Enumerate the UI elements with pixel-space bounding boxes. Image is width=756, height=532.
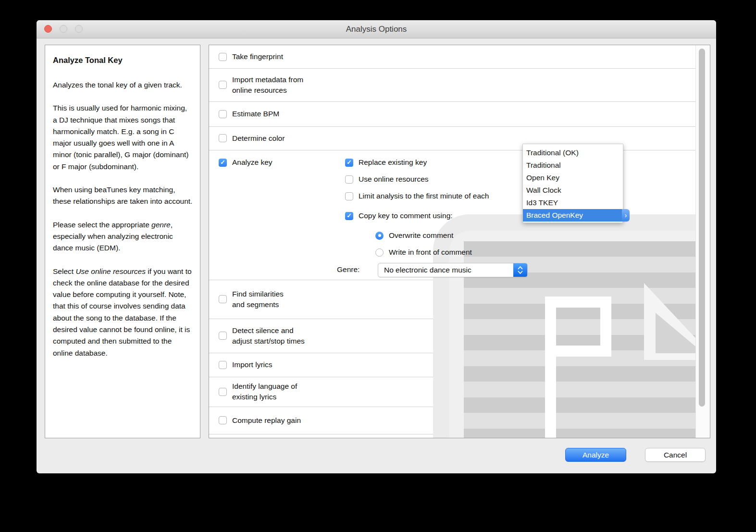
use-online-resources-option: ✓ Use online resources	[345, 175, 429, 184]
take-fingerprint-label[interactable]: Take fingerprint	[232, 51, 283, 62]
help-panel: Analyze Tonal Key Analyzes the tonal key…	[45, 45, 200, 438]
import-lyrics-checkbox[interactable]: ✓	[219, 361, 227, 369]
options-panel: ✓ Take fingerprint ✓ Import metadata fro…	[209, 45, 710, 438]
import-metadata-checkbox[interactable]: ✓	[219, 81, 227, 89]
overwrite-comment-option: Overwrite comment	[375, 231, 453, 240]
scrollbar-thumb[interactable]	[699, 49, 705, 407]
genre-select[interactable]: No electronic dance music	[378, 263, 528, 277]
row-take-fingerprint: ✓ Take fingerprint	[209, 45, 695, 68]
take-fingerprint-checkbox[interactable]: ✓	[219, 53, 227, 61]
replace-existing-key-checkbox[interactable]: ✓	[345, 159, 353, 167]
copy-key-checkbox[interactable]: ✓	[345, 212, 353, 220]
determine-color-checkbox[interactable]: ✓	[219, 134, 227, 142]
write-in-front-option: Write in front of comment	[375, 248, 472, 257]
estimate-bpm-checkbox[interactable]: ✓	[219, 110, 227, 118]
estimate-bpm-label[interactable]: Estimate BPM	[232, 109, 279, 119]
copy-key-label[interactable]: Copy key to comment using:	[359, 211, 453, 220]
limit-analysis-checkbox[interactable]: ✓	[345, 192, 353, 200]
overwrite-comment-radio[interactable]	[375, 232, 384, 240]
menu-item[interactable]: Id3 TKEY	[523, 197, 623, 209]
import-lyrics-label[interactable]: Import lyrics	[232, 359, 273, 370]
genre-row: Genre:	[337, 265, 359, 274]
compute-replay-gain-label[interactable]: Compute replay gain	[232, 415, 301, 426]
title-bar: Analysis Options	[37, 20, 716, 38]
compute-replay-gain-checkbox[interactable]: ✓	[219, 416, 227, 424]
row-divider	[209, 434, 695, 434]
write-in-front-radio[interactable]	[375, 248, 384, 257]
find-similarities-checkbox[interactable]: ✓	[219, 295, 227, 303]
row-detect-silence: ✓ Detect silence and adjust start/stop t…	[209, 319, 695, 353]
limit-analysis-option: ✓ Limit analysis to the first minute of …	[345, 192, 489, 200]
row-find-similarities: ✓ Find similarities and segments	[209, 280, 695, 319]
analysis-options-dialog: Analysis Options Analyze Tonal Key Analy…	[37, 20, 716, 473]
analyze-key-label[interactable]: Analyze key	[232, 158, 273, 167]
write-in-front-label[interactable]: Write in front of comment	[389, 248, 472, 257]
row-import-metadata: ✓ Import metadata from online resources	[209, 68, 695, 101]
chevron-right-icon: ›	[622, 209, 630, 222]
menu-item[interactable]: Wall Clock	[523, 184, 623, 197]
help-title: Analyze Tonal Key	[53, 56, 193, 65]
scrollbar-track[interactable]	[695, 45, 710, 438]
format-menu: Traditional (OK)TraditionalOpen KeyWall …	[522, 144, 623, 223]
row-identify-language: ✓ Identify language of existing lyrics	[209, 377, 695, 407]
menu-item[interactable]: Traditional (OK)	[523, 147, 623, 159]
menu-item[interactable]: Braced OpenKey›	[523, 209, 623, 222]
identify-language-label[interactable]: Identify language of existing lyrics	[232, 381, 297, 402]
row-import-lyrics: ✓ Import lyrics	[209, 353, 695, 377]
row-estimate-bpm: ✓ Estimate BPM	[209, 101, 695, 126]
find-similarities-label[interactable]: Find similarities and segments	[232, 289, 284, 310]
detect-silence-label[interactable]: Detect silence and adjust start/stop tim…	[232, 325, 305, 346]
check-icon: ✓	[220, 160, 225, 166]
analyze-button[interactable]: Analyze	[565, 448, 626, 462]
analyze-key-option: ✓ Analyze key	[219, 158, 273, 167]
identify-language-checkbox[interactable]: ✓	[219, 388, 227, 396]
copy-key-option: ✓ Copy key to comment using:	[345, 211, 453, 220]
menu-item[interactable]: Open Key	[523, 172, 623, 184]
replace-existing-key-option: ✓ Replace existing key	[345, 158, 427, 167]
check-icon: ✓	[347, 213, 351, 219]
check-icon: ✓	[347, 160, 351, 166]
use-online-resources-label[interactable]: Use online resources	[359, 175, 429, 184]
detect-silence-checkbox[interactable]: ✓	[219, 332, 227, 340]
overwrite-comment-label[interactable]: Overwrite comment	[389, 231, 453, 240]
cancel-button[interactable]: Cancel	[645, 448, 706, 462]
genre-select-value: No electronic dance music	[378, 266, 513, 274]
import-metadata-label[interactable]: Import metadata from online resources	[232, 74, 303, 96]
menu-item[interactable]: Traditional	[523, 159, 623, 172]
row-compute-replay-gain: ✓ Compute replay gain	[209, 407, 695, 434]
help-paragraphs: Analyzes the tonal key of a given track.…	[53, 79, 193, 359]
genre-label: Genre:	[337, 265, 359, 274]
analyze-key-checkbox[interactable]: ✓	[219, 159, 227, 167]
window-title: Analysis Options	[37, 20, 716, 38]
chevron-up-down-icon	[513, 263, 527, 277]
use-online-resources-checkbox[interactable]: ✓	[345, 175, 353, 184]
replace-existing-key-label[interactable]: Replace existing key	[359, 158, 427, 167]
determine-color-label[interactable]: Determine color	[232, 133, 285, 144]
limit-analysis-label[interactable]: Limit analysis to the first minute of ea…	[359, 192, 489, 200]
